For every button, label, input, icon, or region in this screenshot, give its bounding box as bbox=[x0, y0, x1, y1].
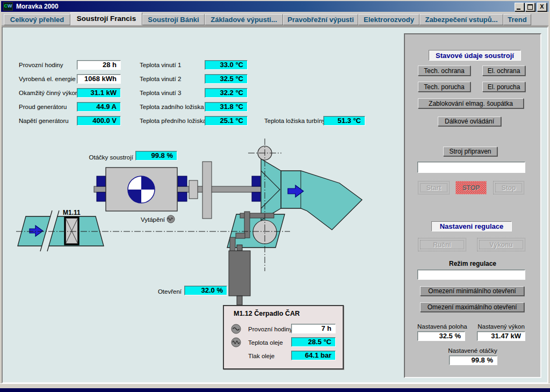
title-bar: CW Moravka 2000 X bbox=[1, 1, 549, 12]
maximize-button[interactable] bbox=[525, 3, 535, 11]
tab-zakladove-vypusti[interactable]: Základové výpusti... bbox=[205, 14, 283, 25]
stop-button[interactable]: Stop bbox=[493, 181, 524, 194]
field-label: Teplota předního ložiska bbox=[140, 118, 206, 124]
el-protection-button[interactable]: El. ochrana bbox=[482, 66, 525, 76]
tab-trend[interactable]: Trend bbox=[503, 14, 531, 25]
set-power-label: Nastavený výkon bbox=[477, 323, 525, 330]
field-label: Vyrobená el. energie bbox=[19, 76, 76, 82]
control-panel: Stavové údaje soustrojí Tech. ochrana El… bbox=[404, 33, 541, 378]
start-button[interactable]: Start bbox=[418, 181, 450, 194]
field-label: Provozní hodiny bbox=[248, 326, 292, 332]
unit-speed-value: 99.8 % bbox=[135, 151, 177, 161]
oil-temperature-icon bbox=[231, 337, 241, 347]
generator-current-value: 44.9 A bbox=[77, 102, 121, 112]
app-window: CW Moravka 2000 X Celkový přehled Soustr… bbox=[0, 0, 550, 392]
winding-temp1-value: 33.0 °C bbox=[205, 60, 248, 70]
rear-bearing-temp-value: 31.8 °C bbox=[205, 102, 248, 112]
regulation-mode-input[interactable] bbox=[417, 270, 525, 280]
field-label: Tlak oleje bbox=[248, 353, 274, 359]
pump-title: M1.12 Čerpadlo ČAR bbox=[234, 310, 300, 317]
tab-bar: Celkový přehled Soustrojí Francis Soustr… bbox=[2, 13, 548, 26]
opening-label: Otevření bbox=[155, 288, 182, 295]
remote-control-button[interactable]: Dálkové ovládání bbox=[438, 117, 501, 126]
winding-temp3-value: 32.2 °C bbox=[205, 88, 248, 98]
min-opening-limit-button[interactable]: Omezení minimálního otevření bbox=[420, 286, 524, 296]
solenoid-block-button[interactable]: Zablokování elmag. šoupátka bbox=[418, 98, 524, 108]
tech-fault-button[interactable]: Tech. porucha bbox=[418, 82, 471, 92]
set-speed-label: Nastavené otáčky bbox=[405, 347, 540, 354]
field-label: Teplota ložiska turbíny bbox=[264, 118, 325, 124]
machine-ready-button[interactable]: Stroj připraven bbox=[443, 147, 497, 156]
maximize-icon bbox=[527, 4, 533, 10]
inlet-valve-label: M1.11 bbox=[63, 209, 81, 216]
field-label: Proud generátoru bbox=[19, 104, 67, 110]
set-speed-value: 99.8 % bbox=[449, 355, 497, 365]
minimize-button[interactable] bbox=[515, 3, 524, 11]
close-icon: X bbox=[538, 3, 546, 11]
active-power-value: 31.1 kW bbox=[77, 88, 121, 98]
set-position-label: Nastavená poloha bbox=[417, 323, 465, 330]
field-label: Provozní hodiny bbox=[19, 62, 63, 68]
hours-icon bbox=[231, 324, 241, 334]
tab-zabezpeceni-vstupu[interactable]: Zabezpečení vstupů... bbox=[419, 14, 503, 25]
minimize-icon bbox=[517, 9, 520, 10]
max-opening-limit-button[interactable]: Omezení maximálního otevření bbox=[420, 302, 524, 312]
emergency-stop-button[interactable]: STOP bbox=[455, 181, 487, 194]
tab-soustroji-banki[interactable]: Soustrojí Bánki bbox=[142, 14, 205, 25]
tab-celkovy-prehled[interactable]: Celkový přehled bbox=[4, 14, 70, 25]
field-label: Teplota zadního ložiska bbox=[140, 104, 204, 110]
field-label: Napětí generátoru bbox=[19, 118, 69, 124]
energy-produced-value: 1068 kWh bbox=[77, 74, 121, 84]
tab-elektrorozvody[interactable]: Elektrorozvody bbox=[358, 14, 419, 25]
status-input[interactable] bbox=[417, 162, 525, 173]
winding-temp2-value: 32.5 °C bbox=[205, 74, 248, 84]
bottom-bar bbox=[0, 388, 550, 392]
set-position-value: 32.5 % bbox=[417, 331, 465, 341]
field-label: Okamžitý činný výkon bbox=[19, 90, 78, 96]
opening-value: 32.0 % bbox=[184, 286, 227, 295]
power-regulation-button[interactable]: Výkonu bbox=[477, 238, 525, 251]
manual-regulation-button[interactable]: Ruční bbox=[418, 238, 466, 251]
tab-soustroji-francis[interactable]: Soustrojí Francis bbox=[70, 12, 142, 25]
field-label: Teplota vinutí 1 bbox=[140, 62, 181, 68]
app-icon: CW bbox=[3, 2, 13, 11]
window-title: Moravka 2000 bbox=[16, 3, 59, 10]
pump-hours-value: 7 h bbox=[291, 324, 336, 333]
speed-label: Otáčky soustrojí bbox=[75, 154, 133, 161]
regulation-mode-label: Režim regulace bbox=[405, 260, 540, 267]
set-power-value: 31.47 kW bbox=[477, 331, 525, 341]
tab-pravobrezni-vypusti[interactable]: Pravobřežní výpusti bbox=[283, 14, 358, 25]
regulation-header: Nastaveni regulace bbox=[431, 221, 512, 231]
tech-protection-button[interactable]: Tech. ochrana bbox=[418, 66, 471, 76]
operating-hours-value: 28 h bbox=[77, 60, 121, 70]
front-bearing-temp-value: 25.1 °C bbox=[205, 116, 248, 126]
field-label: Teplota oleje bbox=[248, 339, 283, 346]
turbine-bearing-temp-value: 51.3 °C bbox=[323, 116, 365, 126]
field-label: Teplota vinutí 2 bbox=[140, 76, 181, 82]
oil-temp-value: 28.5 °C bbox=[291, 337, 336, 347]
pump-info-box: M1.12 Čerpadlo ČAR Provozní hodiny Teplo… bbox=[223, 305, 344, 369]
el-fault-button[interactable]: El. porucha bbox=[482, 82, 525, 92]
generator-voltage-value: 400.0 V bbox=[77, 116, 121, 126]
oil-pressure-value: 64.1 bar bbox=[291, 351, 336, 360]
status-header: Stavové údaje soustrojí bbox=[429, 50, 521, 61]
close-button[interactable]: X bbox=[537, 3, 547, 11]
field-label: Teplota vinutí 3 bbox=[140, 90, 181, 96]
heating-label: Vytápění bbox=[137, 216, 165, 223]
